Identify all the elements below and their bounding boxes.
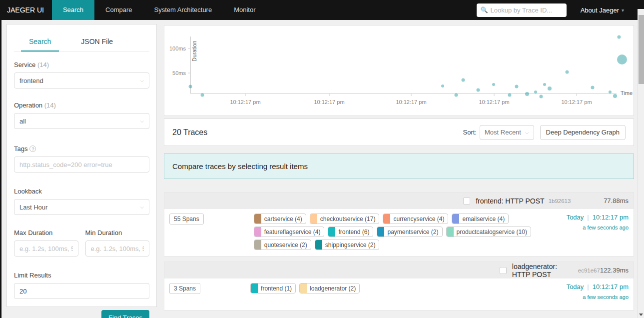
service-color-swatch (251, 284, 258, 293)
svg-text:10:12:17 pm: 10:12:17 pm (314, 99, 344, 105)
page-scrollbar[interactable] (638, 9, 644, 318)
service-badge[interactable]: currencyservice (4) (383, 214, 448, 224)
lookback-label: Lookback (14, 188, 149, 195)
trace-count: 20 Traces (172, 128, 207, 137)
duration-scatter-chart[interactable]: 100ms50ms10:12:17 pm10:12:17 pm10:12:17 … (164, 26, 634, 116)
trace-lookup-input[interactable] (491, 6, 561, 14)
max-duration-label: Max Duration (14, 229, 78, 236)
limit-results-input[interactable] (14, 283, 149, 299)
trace-scatter-point[interactable] (525, 92, 529, 96)
service-badge[interactable]: frontend (1) (250, 283, 296, 294)
trace-scatter-point[interactable] (455, 94, 458, 97)
svg-text:Time: Time (621, 90, 633, 96)
tab-json-file[interactable]: JSON File (73, 32, 121, 52)
trace-scatter-point[interactable] (613, 94, 617, 98)
service-color-swatch (315, 240, 322, 250)
service-badge[interactable]: productcatalogservice (10) (446, 226, 531, 237)
trace-select-checkbox[interactable] (463, 198, 470, 204)
service-badge[interactable]: loadgenerator (2) (299, 283, 360, 294)
trace-scatter-point[interactable] (508, 94, 512, 97)
svg-text:10:12:17 pm: 10:12:17 pm (561, 99, 592, 105)
service-badge[interactable]: emailservice (4) (452, 214, 509, 224)
trace-id: ec91e67 (578, 268, 600, 274)
trace-scatter-point[interactable] (515, 85, 519, 88)
trace-time-link[interactable]: 10:12:17 pm (593, 214, 629, 221)
nav-tab-system-architecture[interactable]: System Architecture (143, 0, 223, 20)
chevron-down-icon: ⌵ (140, 78, 144, 84)
scrollbar-thumb[interactable] (639, 15, 644, 84)
service-badge[interactable]: quoteservice (2) (254, 240, 311, 250)
deep-dependency-graph-button[interactable]: Deep Dependency Graph (540, 125, 626, 140)
compare-banner: Compare traces by selecting result items (164, 154, 634, 179)
trace-duration: 77.88ms (604, 197, 629, 204)
trace-scatter-point[interactable] (591, 86, 595, 90)
about-jaeger-menu[interactable]: About Jaeger (581, 6, 619, 14)
scrollbar-down-arrow[interactable] (639, 314, 643, 316)
nav-tab-search[interactable]: Search (52, 0, 94, 20)
max-duration-input[interactable] (14, 240, 78, 256)
nav-tab-monitor[interactable]: Monitor (223, 0, 266, 20)
trace-scatter-point[interactable] (618, 36, 621, 39)
trace-scatter-point[interactable] (201, 94, 204, 97)
service-badge[interactable]: shippingservice (2) (315, 240, 380, 250)
service-badge[interactable]: paymentservice (2) (377, 226, 442, 237)
trace-title: loadgenerator: HTTP POST (512, 262, 574, 278)
trace-scatter-point[interactable] (492, 83, 495, 86)
results-header: 20 Traces Sort: Most Recent⌵ Deep Depend… (164, 118, 634, 146)
service-color-swatch (447, 227, 454, 236)
help-icon[interactable]: ? (29, 146, 36, 152)
trace-scatter-point[interactable] (617, 54, 627, 64)
trace-scatter-point[interactable] (548, 86, 552, 90)
service-badge[interactable]: checkoutservice (17) (310, 214, 380, 224)
svg-text:10:12:17 pm: 10:12:17 pm (396, 99, 426, 105)
trace-scatter-point[interactable] (534, 90, 537, 94)
trace-scatter-point[interactable] (462, 78, 465, 82)
trace-time-link[interactable]: 10:12:17 pm (593, 283, 629, 290)
service-badge[interactable]: cartservice (4) (254, 214, 306, 224)
trace-timestamp: Today|10:12:17 pm a few seconds ago (567, 214, 629, 230)
trace-scatter-point[interactable] (477, 88, 480, 92)
chevron-down-icon: ⌵ (140, 118, 144, 124)
sort-select[interactable]: Most Recent⌵ (480, 125, 534, 140)
service-badge[interactable]: frontend (6) (328, 226, 373, 237)
service-color-swatch (383, 214, 390, 224)
nav-tab-compare[interactable]: Compare (94, 0, 143, 20)
service-color-swatch (452, 214, 459, 224)
duration-scatter-panel: 100ms50ms10:12:17 pm10:12:17 pm10:12:17 … (164, 25, 634, 116)
operation-label: Operation (14) (14, 102, 149, 109)
service-color-swatch (254, 214, 261, 224)
service-color-swatch (300, 284, 307, 293)
trace-lookup-box[interactable]: 🔍 (477, 4, 567, 17)
trace-header-link[interactable]: loadgenerator: HTTP POST ec91e67 122.39m… (164, 262, 634, 278)
trace-id: 1b92613 (549, 198, 571, 204)
operation-select[interactable]: all⌵ (14, 113, 149, 129)
trace-relative-time: a few seconds ago (567, 224, 629, 230)
lookback-select[interactable]: Last Hour⌵ (14, 199, 149, 215)
trace-date-link[interactable]: Today (567, 283, 584, 290)
service-select[interactable]: frontend⌵ (14, 72, 149, 88)
min-duration-input[interactable] (85, 240, 150, 256)
trace-date-link[interactable]: Today (567, 214, 584, 221)
search-sidebar: Search JSON File Service (14) frontend⌵ … (6, 24, 157, 307)
trace-header-link[interactable]: frontend: HTTP POST 1b92613 77.88ms (164, 192, 634, 209)
trace-duration: 122.39ms (600, 266, 629, 274)
app-brand: JAEGER UI (0, 6, 52, 14)
trace-scatter-point[interactable] (609, 90, 612, 94)
tab-search[interactable]: Search (21, 32, 59, 52)
trace-title: frontend: HTTP POST (476, 197, 544, 205)
trace-scatter-point[interactable] (566, 70, 569, 74)
trace-select-checkbox[interactable] (500, 267, 507, 274)
chevron-down-icon: ⌵ (140, 204, 144, 210)
window-edge (0, 20, 1, 318)
limit-results-label: Limit Results (14, 272, 149, 279)
service-color-swatch (310, 214, 317, 224)
service-badge[interactable]: featureflagservice (4) (254, 226, 325, 237)
trace-scatter-point[interactable] (540, 95, 543, 98)
trace-scatter-point[interactable] (189, 85, 192, 88)
svg-text:10:12:17 pm: 10:12:17 pm (230, 99, 260, 105)
tags-input[interactable] (14, 156, 149, 172)
trace-scatter-point[interactable] (441, 84, 444, 88)
find-traces-button[interactable]: Find Traces (101, 310, 149, 318)
trace-scatter-point[interactable] (543, 83, 546, 86)
span-count-badge: 3 Spans (169, 283, 200, 294)
